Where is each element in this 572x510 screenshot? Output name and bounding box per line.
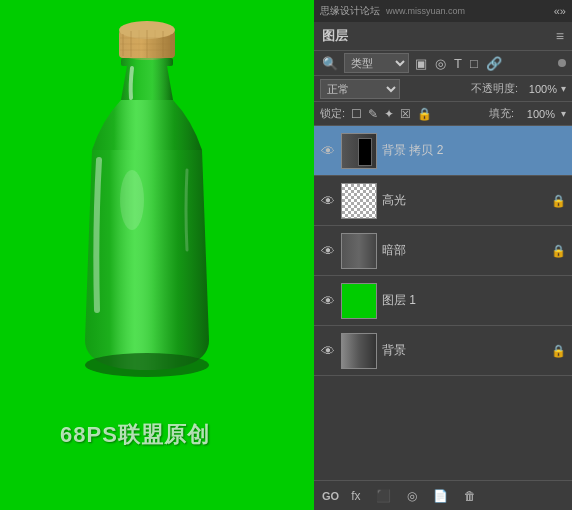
blend-mode-select[interactable]: 正常 溶解 变暗: [320, 79, 400, 99]
smart-filter-icon[interactable]: 🔗: [484, 56, 504, 71]
fx-btn[interactable]: fx: [347, 487, 364, 505]
filter-row: 🔍 类型 名称 效果 模式 ▣ ◎ T □ 🔗: [314, 50, 572, 76]
layers-header: 图层 ≡: [314, 22, 572, 50]
opacity-arrow[interactable]: ▾: [561, 83, 566, 94]
layers-menu-icon[interactable]: ≡: [556, 28, 564, 44]
layer-thumbnail: [341, 333, 377, 369]
layer-name: 背景: [382, 342, 546, 359]
pixel-filter-icon[interactable]: ▣: [413, 56, 429, 71]
lock-row: 锁定: ☐ ✎ ✦ ☒ 🔒 填充: 100% ▾: [314, 102, 572, 126]
layer-thumbnail: [341, 183, 377, 219]
visibility-icon[interactable]: 👁: [320, 293, 336, 309]
visibility-icon[interactable]: 👁: [320, 243, 336, 259]
mask-btn[interactable]: ◎: [403, 487, 421, 505]
layers-title: 图层: [322, 27, 348, 45]
lock-all-btn[interactable]: 🔒: [417, 107, 432, 121]
lock-transparent-btn[interactable]: ☐: [351, 107, 362, 121]
lock-artboard-btn[interactable]: ☒: [400, 107, 411, 121]
layer-name: 暗部: [382, 242, 546, 259]
layer-name: 图层 1: [382, 292, 566, 309]
lock-position-btn[interactable]: ✦: [384, 107, 394, 121]
lock-label: 锁定:: [320, 106, 345, 121]
filter-toggle-dot[interactable]: [558, 59, 566, 67]
layer-item[interactable]: 👁 暗部 🔒: [314, 226, 572, 276]
layer-name: 背景 拷贝 2: [382, 142, 566, 159]
fill-label: 填充:: [489, 106, 514, 121]
layer-item[interactable]: 👁 图层 1: [314, 276, 572, 326]
bottle-container: [47, 10, 267, 440]
watermark-text: 68PS联盟原创: [60, 422, 210, 447]
new-layer-btn[interactable]: 📄: [429, 487, 452, 505]
layer-lock-icon: 🔒: [551, 344, 566, 358]
layer-thumbnail: [341, 233, 377, 269]
svg-rect-13: [121, 58, 173, 66]
blend-row: 正常 溶解 变暗 不透明度: 100% ▾: [314, 76, 572, 102]
watermark: 68PS联盟原创: [60, 420, 210, 450]
search-icon: 🔍: [320, 56, 340, 71]
top-bar: 思缘设计论坛 www.missyuan.com «»: [314, 0, 572, 22]
layer-item[interactable]: 👁 背景 🔒: [314, 326, 572, 376]
visibility-icon[interactable]: 👁: [320, 343, 336, 359]
fill-value[interactable]: 100%: [520, 108, 555, 120]
layer-thumbnail: [341, 133, 377, 169]
adjustment-filter-icon[interactable]: ◎: [433, 56, 448, 71]
layer-item[interactable]: 👁 背景 拷贝 2: [314, 126, 572, 176]
layer-name: 高光: [382, 192, 546, 209]
visibility-icon[interactable]: 👁: [320, 143, 336, 159]
adjustment-btn[interactable]: ⬛: [372, 487, 395, 505]
svg-point-14: [85, 353, 209, 377]
canvas-area: 68PS联盟原创: [0, 0, 314, 510]
opacity-label: 不透明度:: [471, 81, 518, 96]
fill-arrow[interactable]: ▾: [561, 108, 566, 119]
collapse-button[interactable]: «»: [554, 5, 566, 17]
layers-list: 👁 背景 拷贝 2 👁 高光 🔒 👁 暗部 🔒 👁: [314, 126, 572, 480]
opacity-value[interactable]: 100%: [522, 83, 557, 95]
type-filter-icon[interactable]: T: [452, 56, 464, 71]
layers-panel: 思缘设计论坛 www.missyuan.com «» 图层 ≡ 🔍 类型 名称 …: [314, 0, 572, 510]
svg-point-15: [120, 170, 144, 230]
delete-layer-btn[interactable]: 🗑: [460, 487, 480, 505]
filter-select[interactable]: 类型 名称 效果 模式: [344, 53, 409, 73]
layer-thumbnail: [341, 283, 377, 319]
layer-lock-icon: 🔒: [551, 244, 566, 258]
shape-filter-icon[interactable]: □: [468, 56, 480, 71]
site-url: www.missyuan.com: [386, 6, 465, 16]
layer-item[interactable]: 👁 高光 🔒: [314, 176, 572, 226]
lock-image-btn[interactable]: ✎: [368, 107, 378, 121]
bottom-toolbar: GO fx ⬛ ◎ 📄 🗑: [314, 480, 572, 510]
site-name: 思缘设计论坛: [320, 4, 380, 18]
visibility-icon[interactable]: 👁: [320, 193, 336, 209]
link-btn[interactable]: GO: [322, 490, 339, 502]
layer-lock-icon: 🔒: [551, 194, 566, 208]
